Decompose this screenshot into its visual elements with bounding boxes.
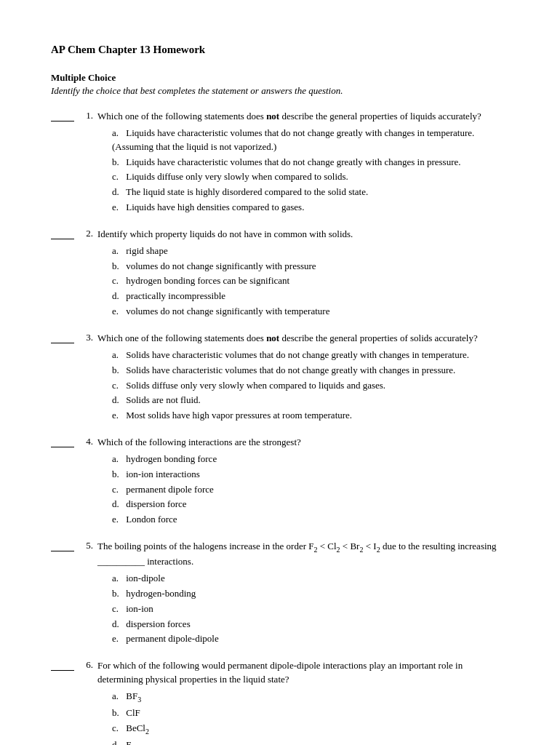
question-3-text: Which one of the following statements do… [97,332,509,346]
list-item: a. hydrogen bonding force [112,453,509,466]
answer-line-5 [51,541,74,551]
list-item: d. dispersion force [112,498,509,511]
question-6-text: For which of the following would permane… [97,659,509,687]
question-1: 1. Which one of the following statements… [51,110,509,216]
list-item: a. ion-dipole [112,572,509,586]
list-item: d. dispersion forces [112,618,509,632]
list-item: a. Liquids have characteristic volumes t… [112,127,509,154]
list-item: c. Solids diffuse only very slowly when … [112,379,509,393]
list-item: e. Liquids have high densities compared … [112,201,509,215]
question-4-choices: a. hydrogen bonding force b. ion-ion int… [97,453,509,527]
question-5-choices: a. ion-dipole b. hydrogen-bonding c. ion… [97,572,509,646]
question-5: 5. The boiling points of the halogens in… [51,540,509,648]
list-item: b. ion-ion interactions [112,468,509,482]
list-item: c. Liquids diffuse only very slowly when… [112,170,509,184]
list-item: b. ClF [112,706,509,720]
answer-line-6 [51,661,74,671]
question-3-choices: a. Solids have characteristic volumes th… [97,348,509,423]
question-3: 3. Which one of the following statements… [51,332,509,424]
list-item: c. permanent dipole force [112,483,509,497]
list-item: e. permanent dipole-dipole [112,632,509,646]
answer-line-2 [51,229,74,239]
question-5-text: The boiling points of the halogens incre… [97,540,509,569]
question-6: 6. For which of the following would perm… [51,659,509,745]
section-title: Multiple Choice [51,72,509,84]
list-item: d. Solids are not fluid. [112,394,509,407]
answer-line-4 [51,437,74,447]
list-item: c. hydrogen bonding forces can be signif… [112,274,509,288]
question-1-text: Which one of the following statements do… [97,110,509,124]
question-6-choices: a. BF3 b. ClF c. BeCl2 d. F2 e. CCl4 [97,690,509,745]
question-4-text: Which of the following interactions are … [97,436,509,450]
question-2-choices: a. rigid shape b. volumes do not change … [97,244,509,319]
page-title: AP Chem Chapter 13 Homework [51,44,509,56]
question-2-text: Identify which property liquids do not h… [97,228,509,242]
answer-line-3 [51,333,74,343]
section-subtitle: Identify the choice that best completes … [51,85,509,97]
list-item: a. BF3 [112,690,509,705]
list-item: b. hydrogen-bonding [112,587,509,601]
question-1-choices: a. Liquids have characteristic volumes t… [97,127,509,215]
list-item: e. London force [112,513,509,527]
list-item: b. Liquids have characteristic volumes t… [112,156,509,170]
answer-line-1 [51,111,74,121]
question-4: 4. Which of the following interactions a… [51,436,509,528]
list-item: e. Most solids have high vapor pressures… [112,409,509,423]
list-item: c. ion-ion [112,602,509,616]
list-item: a. rigid shape [112,244,509,258]
list-item: d. practically incompressible [112,290,509,303]
list-item: c. BeCl2 [112,722,509,737]
list-item: b. volumes do not change significantly w… [112,260,509,274]
list-item: e. volumes do not change significantly w… [112,305,509,319]
list-item: b. Solids have characteristic volumes th… [112,364,509,378]
list-item: a. Solids have characteristic volumes th… [112,348,509,362]
list-item: d. The liquid state is highly disordered… [112,186,509,199]
list-item: d. F2 [112,738,509,745]
question-2: 2. Identify which property liquids do no… [51,228,509,320]
